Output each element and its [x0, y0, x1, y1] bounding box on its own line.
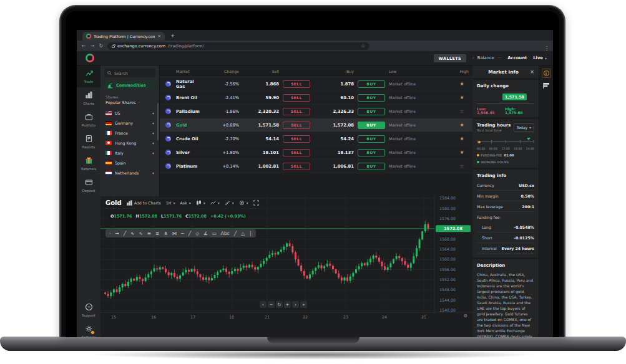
vertical-line-tool[interactable]: ┆: [249, 231, 252, 236]
market-name[interactable]: Platinum: [176, 164, 200, 169]
balance-widget[interactable]: ‹ Balance ···: [472, 55, 501, 60]
table-row[interactable]: Crude Oil -2.70% 54.14 SELL 54.24 BUY Ma…: [160, 132, 472, 146]
sell-button[interactable]: SELL: [283, 80, 310, 88]
market-info-toggle-button[interactable]: i: [542, 69, 551, 78]
wallets-button[interactable]: WALLETS: [434, 54, 466, 62]
axis-settings-gear-icon[interactable]: ⚙: [464, 314, 467, 318]
favorite-star-icon[interactable]: [451, 150, 472, 155]
sell-button[interactable]: SELL: [283, 94, 310, 102]
fullscreen-button[interactable]: [253, 200, 259, 206]
market-name[interactable]: Gold: [176, 123, 200, 128]
sell-button[interactable]: SELL: [283, 122, 310, 129]
watchlist-item-commodities[interactable]: Commodities: [104, 80, 155, 90]
bookmark-star-icon[interactable]: ☆: [361, 43, 365, 49]
buy-button[interactable]: BUY: [358, 80, 385, 88]
favorite-star-icon[interactable]: [451, 108, 472, 114]
buy-button[interactable]: BUY: [358, 122, 385, 129]
zigzag-tool[interactable]: ∿: [130, 231, 134, 236]
cursor-tool[interactable]: ·: [109, 231, 110, 236]
buy-button[interactable]: BUY: [358, 163, 385, 170]
table-row[interactable]: Brent Oil -2.41% 59.90 SELL 60.10 BUY Ma…: [160, 91, 472, 105]
text-tool[interactable]: Abc: [221, 231, 230, 236]
watchlist-country-item[interactable]: Spain ▾: [100, 158, 159, 168]
chevron-down-icon[interactable]: ▾: [152, 151, 154, 155]
chevron-down-icon[interactable]: ▾: [152, 131, 154, 135]
favorite-star-icon[interactable]: [451, 163, 472, 169]
draw-tools-selector[interactable]: ▾: [225, 200, 234, 206]
favorite-star-icon[interactable]: [451, 122, 472, 128]
watchlist-country-item[interactable]: Netherlands ▾: [100, 168, 159, 178]
favorite-star-icon[interactable]: [451, 95, 472, 100]
triangle-tool[interactable]: △: [241, 231, 245, 236]
chevron-down-icon[interactable]: ▾: [152, 141, 154, 145]
back-icon[interactable]: ←: [82, 43, 86, 49]
sidebar-item[interactable]: Reports: [77, 131, 100, 153]
buy-button[interactable]: BUY: [358, 135, 385, 143]
watchlist-country-item[interactable]: Hong Kong ▾: [100, 138, 159, 148]
account-button[interactable]: Account: [507, 55, 527, 60]
line-tool[interactable]: ╱: [234, 231, 237, 236]
sell-button[interactable]: SELL: [283, 108, 310, 115]
table-row[interactable]: Silver +1.90% 18.101 SELL 18.137 BUY Mar…: [160, 146, 472, 160]
new-tab-button[interactable]: +: [170, 32, 175, 39]
balance-more-icon[interactable]: ···: [497, 55, 501, 60]
go-to-end-button[interactable]: »: [300, 301, 307, 308]
add-to-charts-button[interactable]: Add to Charts: [127, 200, 161, 206]
measure-tool[interactable]: ∡: [203, 231, 208, 236]
table-row[interactable]: Gold +0.69% 1,571.58 SELL 1,572.08 BUY M…: [160, 118, 472, 132]
chart-settings-selector[interactable]: ▾: [239, 200, 248, 206]
market-name[interactable]: Natural Gas: [176, 79, 200, 89]
watchlist-country-item[interactable]: US ▾: [100, 108, 159, 118]
sidebar-item[interactable]: Charts: [77, 87, 100, 109]
reload-icon[interactable]: ↻: [99, 43, 103, 49]
trend-line-tool[interactable]: ╱: [124, 231, 127, 236]
zoom-out-button[interactable]: −: [268, 301, 275, 308]
url-bar[interactable]: exchange.currency.com /trading/platform/…: [107, 42, 369, 50]
live-mode-selector[interactable]: Live ▾: [533, 55, 547, 60]
sidebar-item[interactable]: Deposit: [77, 175, 100, 196]
sidebar-item[interactable]: Portfolio: [77, 109, 100, 131]
market-name[interactable]: Brent Oil: [176, 95, 200, 100]
sidebar-item[interactable]: Settings: [77, 321, 100, 337]
table-row[interactable]: Natural Gas -2.56% 1.868 SELL 1.878 BUY …: [160, 77, 472, 91]
arrow-tool[interactable]: →: [115, 231, 119, 236]
chevron-down-icon[interactable]: ▾: [152, 111, 154, 115]
sidebar-item[interactable]: Support: [77, 299, 100, 321]
watchlist-scrollbar[interactable]: [157, 103, 159, 140]
table-row[interactable]: Palladium -1.86% 2,320.32 SELL 2,326.33 …: [160, 105, 472, 118]
indicators-selector[interactable]: ▾: [210, 200, 220, 206]
buy-button[interactable]: BUY: [358, 108, 385, 115]
sell-button[interactable]: SELL: [283, 135, 310, 143]
rectangle-tool[interactable]: ▭: [212, 231, 217, 236]
browser-menu-icon[interactable]: ⋮: [544, 46, 549, 51]
favorite-star-icon[interactable]: [451, 81, 472, 87]
day-selector[interactable]: Today ▾: [514, 123, 534, 132]
zoom-in-button[interactable]: +: [284, 301, 291, 308]
buy-button[interactable]: BUY: [358, 94, 385, 102]
table-row[interactable]: Platinum +0.14% 1,002.81 SELL 1,006.81 B…: [160, 160, 472, 173]
collapse-chevron-icon[interactable]: ‹: [472, 55, 474, 60]
horizontal-line-tool[interactable]: ─: [181, 231, 184, 236]
forward-icon[interactable]: →: [90, 43, 95, 49]
sell-button[interactable]: SELL: [283, 163, 310, 170]
ray-tool[interactable]: ╱: [188, 231, 192, 236]
timeframe-selector[interactable]: 1H▾: [166, 201, 175, 205]
news-feed-button[interactable]: [542, 82, 551, 89]
wave-tool[interactable]: ∿: [139, 231, 143, 236]
pattern-tool[interactable]: ⋈: [172, 231, 177, 236]
chevron-down-icon[interactable]: ▾: [152, 171, 154, 175]
watchlist-country-item[interactable]: Italy ▾: [100, 148, 159, 158]
sell-button[interactable]: SELL: [283, 149, 310, 156]
tab-close-icon[interactable]: ×: [157, 34, 161, 39]
watchlist-country-item[interactable]: France ▾: [100, 128, 159, 138]
market-name[interactable]: Palladium: [176, 109, 200, 114]
currency-logo[interactable]: [86, 54, 94, 62]
search-input[interactable]: Search: [104, 69, 155, 77]
close-icon[interactable]: ×: [530, 69, 534, 75]
sidebar-item[interactable]: Trade: [77, 65, 100, 87]
chevron-down-icon[interactable]: ▾: [152, 121, 154, 125]
watchlist-country-item[interactable]: Germany ▾: [100, 118, 159, 128]
browser-tab[interactable]: Trading Platform | Currency.com ×: [82, 32, 165, 41]
price-mode-selector[interactable]: Ask▾: [180, 201, 191, 205]
popular-shares-label[interactable]: Popular Shares: [105, 100, 154, 105]
